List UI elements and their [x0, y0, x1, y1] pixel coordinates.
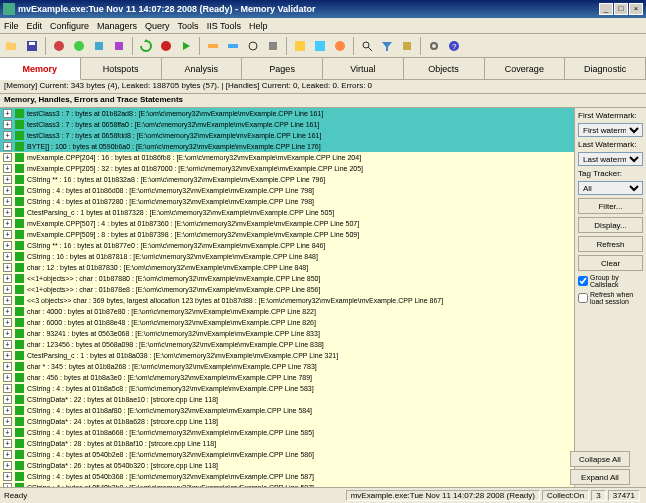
- expand-icon[interactable]: +: [3, 153, 12, 162]
- expand-icon[interactable]: +: [3, 230, 12, 239]
- menu-query[interactable]: Query: [145, 21, 170, 31]
- tree-row[interactable]: +BYTE[] : 100 : bytes at 0590b6a0 : [E:\…: [0, 141, 574, 152]
- expand-icon[interactable]: +: [3, 351, 12, 360]
- expand-icon[interactable]: +: [3, 219, 12, 228]
- tree-row[interactable]: +CtestParsing_c : 1 : bytes at 01b8a038 …: [0, 350, 574, 361]
- expand-icon[interactable]: +: [3, 384, 12, 393]
- expand-icon[interactable]: +: [3, 461, 12, 470]
- tree-row[interactable]: +CString : 4 : bytes at 0540b368 : [E:\o…: [0, 471, 574, 482]
- tool-icon[interactable]: [244, 37, 262, 55]
- tree-row[interactable]: +CStringData* : 26 : bytes at 0540b320 :…: [0, 460, 574, 471]
- filter-icon[interactable]: [378, 37, 396, 55]
- gear-icon[interactable]: [425, 37, 443, 55]
- tree-row[interactable]: +CStringData* : 28 : bytes at 01b8af10 :…: [0, 438, 574, 449]
- open-icon[interactable]: [3, 37, 21, 55]
- tree-row[interactable]: +<<3 objects>> char : 369 bytes, largest…: [0, 295, 574, 306]
- menu-help[interactable]: Help: [249, 21, 268, 31]
- tree-row[interactable]: +testClass3 : 7 : bytes at 0658fdd8 : [E…: [0, 130, 574, 141]
- tool-icon[interactable]: [204, 37, 222, 55]
- search-icon[interactable]: [358, 37, 376, 55]
- expand-icon[interactable]: +: [3, 373, 12, 382]
- collapse-all-button[interactable]: Collapse All: [570, 451, 630, 467]
- tab-virtual[interactable]: Virtual: [323, 58, 404, 79]
- expand-icon[interactable]: +: [3, 120, 12, 129]
- expand-icon[interactable]: +: [3, 395, 12, 404]
- tree-row[interactable]: +CString : 4 : bytes at 01b8af80 : [E:\o…: [0, 405, 574, 416]
- play-icon[interactable]: [177, 37, 195, 55]
- tab-diagnostic[interactable]: Diagnostic: [565, 58, 646, 79]
- expand-icon[interactable]: +: [3, 472, 12, 481]
- tool-icon[interactable]: [224, 37, 242, 55]
- expand-icon[interactable]: +: [3, 406, 12, 415]
- tree-row[interactable]: +<<1+objects>> : char : 01b87880 : [E:\o…: [0, 273, 574, 284]
- expand-icon[interactable]: +: [3, 186, 12, 195]
- expand-icon[interactable]: +: [3, 241, 12, 250]
- expand-icon[interactable]: +: [3, 131, 12, 140]
- tree-row[interactable]: +CStringData* : 22 : bytes at 01b8ae10 :…: [0, 394, 574, 405]
- menu-edit[interactable]: Edit: [27, 21, 43, 31]
- maximize-button[interactable]: □: [614, 3, 628, 15]
- refresh-load-checkbox[interactable]: [578, 293, 588, 303]
- tool-icon[interactable]: [311, 37, 329, 55]
- expand-icon[interactable]: +: [3, 285, 12, 294]
- tree-row[interactable]: +CString : 4 : bytes at 01b86d08 : [E:\o…: [0, 185, 574, 196]
- tool-icon[interactable]: [50, 37, 68, 55]
- memory-tree[interactable]: +testClass3 : 7 : bytes at 01b82ad8 : [E…: [0, 108, 574, 487]
- menu-tools[interactable]: Tools: [178, 21, 199, 31]
- tree-row[interactable]: +char : 123456 : bytes at 0568a098 : [E:…: [0, 339, 574, 350]
- tag-tracker-select[interactable]: All: [578, 181, 643, 195]
- expand-icon[interactable]: +: [3, 142, 12, 151]
- expand-icon[interactable]: +: [3, 439, 12, 448]
- tree-row[interactable]: +CString : 16 : bytes at 01b87818 : [E:\…: [0, 251, 574, 262]
- tree-row[interactable]: +CStringData* : 24 : bytes at 01b8a628 :…: [0, 416, 574, 427]
- tree-row[interactable]: +char : 93241 : bytes at 0563e068 : [E:\…: [0, 328, 574, 339]
- tree-row[interactable]: +CString : 4 : bytes at 01b87280 : [E:\o…: [0, 196, 574, 207]
- minimize-button[interactable]: _: [599, 3, 613, 15]
- tab-analysis[interactable]: Analysis: [162, 58, 243, 79]
- tree-row[interactable]: +mvExample.CPP[204] : 16 : bytes at 01b8…: [0, 152, 574, 163]
- expand-icon[interactable]: +: [3, 197, 12, 206]
- tree-row[interactable]: +CString : 4 : bytes at 01b8a5c8 : [E:\o…: [0, 383, 574, 394]
- expand-icon[interactable]: +: [3, 318, 12, 327]
- expand-icon[interactable]: +: [3, 296, 12, 305]
- refresh-button[interactable]: Refresh: [578, 236, 643, 252]
- tool-icon[interactable]: [291, 37, 309, 55]
- tool-icon[interactable]: [90, 37, 108, 55]
- expand-all-button[interactable]: Expand All: [570, 469, 630, 485]
- tab-objects[interactable]: Objects: [404, 58, 485, 79]
- expand-icon[interactable]: +: [3, 329, 12, 338]
- tab-memory[interactable]: Memory: [0, 58, 81, 80]
- help-icon[interactable]: ?: [445, 37, 463, 55]
- tree-row[interactable]: +char : 6000 : bytes at 01b88e48 : [E:\o…: [0, 317, 574, 328]
- refresh-icon[interactable]: [137, 37, 155, 55]
- expand-icon[interactable]: +: [3, 274, 12, 283]
- tree-row[interactable]: +CtestParsing_c : 1 bytes at 01b87328 : …: [0, 207, 574, 218]
- save-icon[interactable]: [23, 37, 41, 55]
- clear-button[interactable]: Clear: [578, 255, 643, 271]
- expand-icon[interactable]: +: [3, 208, 12, 217]
- last-watermark-select[interactable]: Last watermark: [578, 152, 643, 166]
- expand-icon[interactable]: +: [3, 109, 12, 118]
- menu-file[interactable]: File: [4, 21, 19, 31]
- tree-row[interactable]: +char : 12 : bytes at 01b87830 : [E:\om\…: [0, 262, 574, 273]
- stop-icon[interactable]: [157, 37, 175, 55]
- tree-row[interactable]: +CString : 4 : bytes at 0540b2e8 : [E:\o…: [0, 449, 574, 460]
- tree-row[interactable]: +testClass3 : 7 : bytes at 0658ffa0 : [E…: [0, 119, 574, 130]
- close-button[interactable]: ×: [629, 3, 643, 15]
- tab-pages[interactable]: Pages: [242, 58, 323, 79]
- tree-row[interactable]: +mvExample.CPP[507] : 4 : bytes at 01b87…: [0, 218, 574, 229]
- tab-coverage[interactable]: Coverage: [485, 58, 566, 79]
- expand-icon[interactable]: +: [3, 340, 12, 349]
- tool-icon[interactable]: [398, 37, 416, 55]
- tool-icon[interactable]: [70, 37, 88, 55]
- first-watermark-select[interactable]: First watermark: [578, 123, 643, 137]
- group-callstack-checkbox[interactable]: [578, 276, 588, 286]
- menu-iis-tools[interactable]: IIS Tools: [207, 21, 241, 31]
- tree-row[interactable]: +char : 4000 : bytes at 01b87e80 : [E:\o…: [0, 306, 574, 317]
- tool-icon[interactable]: [110, 37, 128, 55]
- tree-row[interactable]: +mvExample.CPP[509] : 8 : bytes at 01b87…: [0, 229, 574, 240]
- expand-icon[interactable]: +: [3, 307, 12, 316]
- expand-icon[interactable]: +: [3, 175, 12, 184]
- expand-icon[interactable]: +: [3, 263, 12, 272]
- tree-row[interactable]: +char * : 345 : bytes at 01b8a268 : [E:\…: [0, 361, 574, 372]
